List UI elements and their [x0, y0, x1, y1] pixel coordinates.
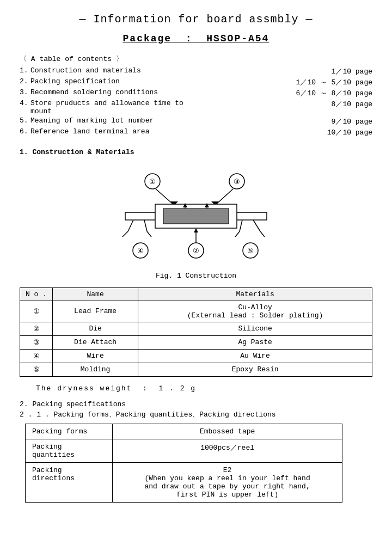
packing-label: Packing directions	[26, 462, 113, 502]
toc-section: 〈 A table of contents 〉 1. Construction …	[20, 54, 372, 138]
mat-name: Molding	[53, 363, 138, 376]
diagram-container: ① ③ ④	[20, 161, 372, 285]
toc-header: 〈 A table of contents 〉	[20, 54, 372, 64]
svg-line-18	[253, 220, 260, 231]
svg-text:③: ③	[234, 178, 240, 186]
svg-text:②: ②	[193, 247, 199, 255]
svg-line-17	[235, 231, 240, 237]
packing-table: Packing forms Embossed tape Packing quan…	[25, 424, 342, 503]
toc-item-label: Reference land terminal area	[30, 127, 194, 138]
materials-table: N o . Name Materials ① Lead Frame Cu-All…	[20, 287, 372, 377]
toc-item: 6. Reference land terminal area 10／10 pa…	[20, 127, 372, 138]
packing-label: Packing quantities	[26, 439, 113, 462]
toc-item-label: Recommend soldering conditions	[30, 88, 194, 99]
mat-num: ①	[20, 301, 53, 322]
packing-section-title: 2. Packing specifications	[20, 400, 372, 408]
mat-num: ④	[20, 349, 53, 363]
table-row: ③ Die Attach Ag Paste	[20, 335, 372, 349]
materials-col-num: N o .	[20, 287, 53, 301]
toc-item-num: 6.	[20, 127, 30, 138]
svg-line-6	[215, 189, 233, 205]
toc-item-num: 1.	[20, 66, 30, 77]
svg-line-19	[260, 231, 265, 237]
packing-sub-title: 2 . 1 . Packing forms、Packing quantities…	[20, 409, 372, 419]
svg-line-14	[144, 220, 147, 231]
toc-item-page: 1／10 ～ 5／10 page	[194, 77, 372, 88]
toc-item-page: 8／10 page	[194, 99, 372, 116]
mat-num: ②	[20, 322, 53, 335]
dryness-weight: The dryness weight : 1 . 2 g	[36, 384, 372, 393]
svg-line-12	[128, 220, 133, 231]
mat-name: Die Attach	[53, 335, 138, 349]
table-row: ② Die Silicone	[20, 322, 372, 335]
svg-line-2	[156, 189, 174, 205]
list-item: Packing forms Embossed tape	[26, 424, 342, 439]
svg-line-16	[240, 220, 242, 231]
packing-value: Embossed tape	[113, 424, 342, 439]
toc-item: 5. Meaning of marking lot number 9／10 pa…	[20, 116, 372, 127]
mat-material: Au Wire	[138, 349, 372, 363]
svg-rect-9	[237, 212, 267, 220]
mat-name: Lead Frame	[53, 301, 138, 322]
toc-item-label: Packing specification	[30, 77, 194, 88]
toc-item-label: Meaning of marking lot number	[30, 116, 194, 127]
construction-section-title: 1. Construction & Materials	[20, 148, 372, 156]
package-title: Package : HSSOP-A54	[20, 33, 372, 44]
packing-label: Packing forms	[26, 424, 113, 439]
svg-text:①: ①	[149, 178, 156, 186]
svg-line-13	[122, 231, 128, 237]
toc-item-page: 10／10 page	[194, 127, 372, 138]
toc-item-label: Construction and materials	[30, 66, 194, 77]
toc-item: 2. Packing specification 1／10 ～ 5／10 pag…	[20, 77, 372, 88]
packing-value: 1000pcs／reel	[113, 439, 342, 462]
svg-text:⑤: ⑤	[247, 247, 254, 255]
toc-table: 1. Construction and materials 1／10 page …	[20, 66, 372, 138]
mat-material: Ag Paste	[138, 335, 372, 349]
mat-material: Silicone	[138, 322, 372, 335]
list-item: Packing directions E2(When you keep a re…	[26, 462, 342, 502]
svg-rect-11	[163, 209, 229, 224]
toc-item-num: 2.	[20, 77, 30, 88]
toc-item: 4. Store pruducts and allowance time to …	[20, 99, 372, 116]
mat-material: Epoxy Resin	[138, 363, 372, 376]
toc-item-num: 5.	[20, 116, 30, 127]
construction-diagram: ① ③ ④	[93, 161, 299, 270]
toc-item-num: 3.	[20, 88, 30, 99]
svg-rect-8	[125, 212, 155, 220]
mat-num: ③	[20, 335, 53, 349]
toc-item-page: 1／10 page	[194, 66, 372, 77]
list-item: Packing quantities 1000pcs／reel	[26, 439, 342, 462]
diagram-caption: Fig. 1 Construction	[156, 272, 236, 280]
mat-num: ⑤	[20, 363, 53, 376]
svg-marker-29	[194, 228, 198, 232]
mat-name: Die	[53, 322, 138, 335]
packing-value: E2(When you keep a reel in your left han…	[113, 462, 342, 502]
table-row: ④ Wire Au Wire	[20, 349, 372, 363]
materials-col-materials: Materials	[138, 287, 372, 301]
table-row: ⑤ Molding Epoxy Resin	[20, 363, 372, 376]
toc-item-page: 9／10 page	[194, 116, 372, 127]
svg-text:④: ④	[137, 247, 144, 255]
toc-item: 1. Construction and materials 1／10 page	[20, 66, 372, 77]
page-header: — Information for board assmbly —	[20, 13, 372, 26]
toc-item-num: 4.	[20, 99, 30, 116]
toc-item-label: Store pruducts and allowance time to mou…	[30, 99, 194, 116]
svg-line-15	[147, 231, 151, 237]
mat-name: Wire	[53, 349, 138, 363]
mat-material: Cu-Alloy(External lead : Solder plating)	[138, 301, 372, 322]
materials-col-name: Name	[53, 287, 138, 301]
table-row: ① Lead Frame Cu-Alloy(External lead : So…	[20, 301, 372, 322]
toc-item-page: 6／10 ～ 8／10 page	[194, 88, 372, 99]
toc-item: 3. Recommend soldering conditions 6／10 ～…	[20, 88, 372, 99]
